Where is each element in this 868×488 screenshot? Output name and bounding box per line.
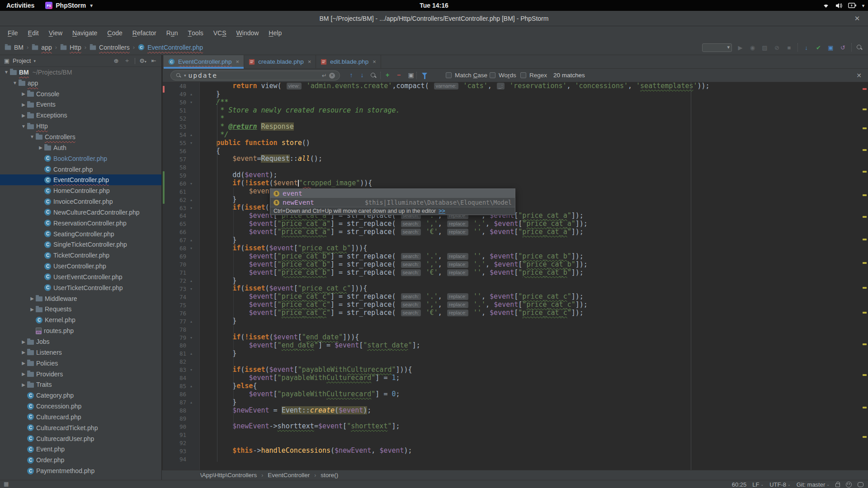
gutter-line-65[interactable]: 65 <box>163 220 199 228</box>
breadcrumb-item-controllers[interactable]: Controllers <box>90 44 130 51</box>
words-checkbox[interactable] <box>490 72 495 78</box>
tree-item-app[interactable]: ▼app <box>0 78 161 89</box>
tree-item-http[interactable]: ▼Http <box>0 121 161 131</box>
gutter-line-85[interactable]: 85▴ <box>163 382 199 390</box>
code-line-67[interactable]: } <box>200 236 862 244</box>
tree-toggle-icon[interactable]: ▼ <box>3 70 10 75</box>
gutter-line-62[interactable]: 62▴ <box>163 196 199 204</box>
search-everywhere-icon[interactable] <box>856 44 863 51</box>
gnome-app-menu[interactable]: PS PhpStorm ▼ <box>41 0 98 11</box>
breadcrumb-item-http[interactable]: Http <box>60 44 81 51</box>
tree-item-policies[interactable]: ▶Policies <box>0 358 161 369</box>
run-config-combobox[interactable] <box>702 43 732 52</box>
code-line-48[interactable]: return view( view: 'admin.events.create'… <box>200 82 862 90</box>
gutter-line-66[interactable]: 66 <box>163 228 199 236</box>
breadcrumb-item-eventcontroller-php[interactable]: CEventController.php <box>138 44 203 51</box>
gutter-line-91[interactable]: 91 <box>163 431 199 439</box>
inspections-icon[interactable] <box>846 482 852 488</box>
status-caret-position[interactable]: 60:25 <box>732 481 747 488</box>
bottom-breadcrumb-item[interactable]: store() <box>321 472 338 479</box>
tool-window-switcher-icon[interactable]: ▦ <box>4 481 9 487</box>
code-line-74[interactable]: $event["price_cat_c"] = str_replace( sea… <box>200 293 862 301</box>
stripe-mark[interactable] <box>863 239 867 240</box>
tree-item-listeners[interactable]: ▶Listeners <box>0 347 161 358</box>
find-all-icon[interactable] <box>369 72 377 80</box>
code-line-55[interactable]: public function store() <box>200 139 862 147</box>
push-button[interactable]: ▣ <box>827 44 835 51</box>
code-line-92[interactable] <box>200 439 862 447</box>
stripe-mark[interactable] <box>863 171 867 173</box>
tree-item-controllers[interactable]: ▼Controllers <box>0 131 161 142</box>
code-line-71[interactable]: $event["price_cat_b"] = str_replace( sea… <box>200 269 862 277</box>
regex-checkbox[interactable] <box>520 72 526 78</box>
gutter-line-80[interactable]: 80 <box>163 342 199 350</box>
stripe-mark[interactable] <box>863 149 867 151</box>
tree-item-exceptions[interactable]: ▶Exceptions <box>0 110 161 121</box>
gutter-line-94[interactable]: 94 <box>163 455 199 463</box>
add-selection-icon[interactable]: + <box>383 71 392 79</box>
tree-item-console[interactable]: ▶Console <box>0 89 161 99</box>
code-line-57[interactable]: $event=Request::all(); <box>200 155 862 163</box>
bottom-breadcrumb-item[interactable]: EventController <box>268 472 310 479</box>
hint-more-link[interactable]: >> <box>439 208 445 214</box>
code-line-49[interactable]: } <box>200 90 862 99</box>
tree-item-ticketcontroller-php[interactable]: CTicketController.php <box>0 250 161 261</box>
stripe-mark[interactable] <box>863 194 867 196</box>
code-line-94[interactable] <box>200 455 862 463</box>
tree-item-invoicecontroller-php[interactable]: CInvoiceController.php <box>0 196 161 207</box>
stripe-mark[interactable] <box>863 287 867 289</box>
code-line-72[interactable]: } <box>200 277 862 285</box>
hide-panel-icon[interactable]: ⇤ <box>150 57 158 64</box>
stripe-mark[interactable] <box>863 436 867 438</box>
gutter-line-69[interactable]: 69 <box>163 253 199 261</box>
stripe-mark[interactable] <box>863 312 867 314</box>
tree-toggle-icon[interactable]: ▶ <box>20 113 27 118</box>
tree-toggle-icon[interactable]: ▶ <box>37 145 44 150</box>
newline-icon[interactable]: ↵ <box>322 72 327 79</box>
status-line-ending[interactable]: LF⌄ <box>752 481 764 488</box>
code-line-66[interactable]: $event["price_cat_a"] = str_replace( sea… <box>200 228 862 236</box>
locate-icon[interactable]: ⊕ <box>112 57 120 64</box>
tree-toggle-icon[interactable]: ▶ <box>28 307 36 312</box>
gutter-line-78[interactable]: 78 <box>163 325 199 333</box>
collapse-all-icon[interactable]: ÷ <box>123 57 131 64</box>
tree-item-eventcontroller-php[interactable]: CEventController.php <box>0 174 161 185</box>
tree-item-traits[interactable]: ▶Traits <box>0 379 161 390</box>
code-line-50[interactable]: /** <box>200 99 862 107</box>
gutter-line-54[interactable]: 54▴ <box>163 131 199 139</box>
gutter-line-53[interactable]: 53 <box>163 123 199 131</box>
debug-button[interactable]: ◉ <box>749 44 756 51</box>
update-project-button[interactable]: ↓ <box>802 44 810 51</box>
menu-refactor[interactable]: Refactor <box>127 26 161 40</box>
code-line-70[interactable]: $event["price_cat_b"] = str_replace( sea… <box>200 261 862 269</box>
stripe-mark[interactable] <box>863 374 867 376</box>
tree-item-category-php[interactable]: CCategory.php <box>0 390 161 401</box>
gutter-line-70[interactable]: 70 <box>163 261 199 269</box>
completion-item-event[interactable]: $event <box>270 189 515 198</box>
tree-item-culturecard-php[interactable]: CCulturecard.php <box>0 412 161 422</box>
gutter-line-71[interactable]: 71 <box>163 269 199 277</box>
stripe-mark[interactable] <box>863 88 867 90</box>
tab-create-blade-php[interactable]: create.blade.php× <box>244 55 316 68</box>
next-occurrence-icon[interactable]: ↓ <box>358 71 366 79</box>
menu-file[interactable]: File <box>3 26 23 40</box>
code-line-82[interactable] <box>200 358 862 366</box>
previous-occurrence-icon[interactable]: ↑ <box>347 71 355 79</box>
tree-item-reservationcontroller-php[interactable]: CReservationController.php <box>0 218 161 229</box>
menu-run[interactable]: Run <box>161 26 183 40</box>
close-tab-icon[interactable]: × <box>308 58 311 65</box>
close-find-bar-icon[interactable]: ✕ <box>856 72 862 79</box>
breadcrumb-item-bm[interactable]: BM <box>5 44 24 51</box>
tree-item-paymentmethod-php[interactable]: CPaymentmethod.php <box>0 465 161 476</box>
code-line-78[interactable] <box>200 325 862 333</box>
code-line-88[interactable]: $newEvent = Event::create($event); <box>200 407 862 415</box>
tree-item-usercontroller-php[interactable]: CUserController.php <box>0 261 161 272</box>
tree-item-providers[interactable]: ▶Providers <box>0 369 161 380</box>
commit-button[interactable]: ✔ <box>815 44 822 51</box>
completion-item-newevent[interactable]: $newEvent$this|Illuminate\Database\Eloqu… <box>270 198 515 207</box>
activities-button[interactable]: Activities <box>0 0 41 11</box>
gutter-line-82[interactable]: 82 <box>163 358 199 366</box>
tree-item-routes-php[interactable]: routes.php <box>0 325 161 336</box>
code-editor[interactable]: return view( view: 'admin.events.create'… <box>200 82 862 470</box>
gutter-line-88[interactable]: 88 <box>163 407 199 415</box>
